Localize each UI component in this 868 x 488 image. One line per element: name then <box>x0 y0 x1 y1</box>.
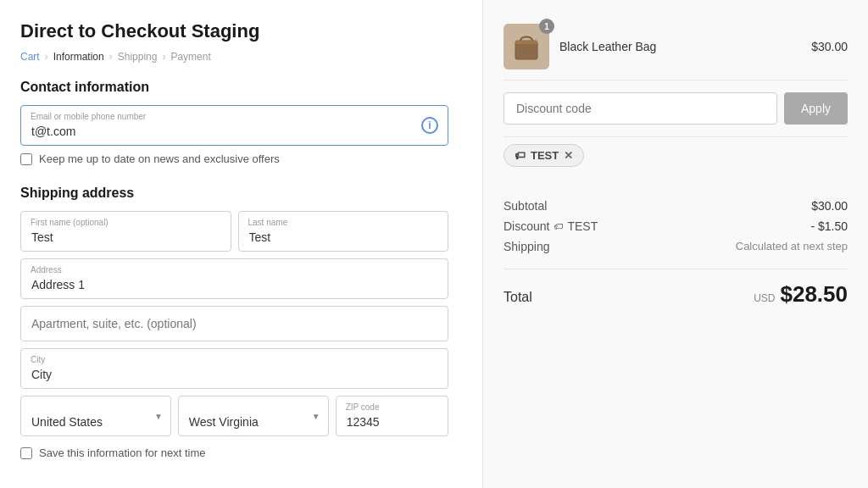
product-name: Black Leather Bag <box>559 40 801 53</box>
country-select-wrapper: United States ▼ <box>20 396 171 436</box>
newsletter-label: Keep me up to date on news and exclusive… <box>39 152 280 165</box>
discount-tag-icon: 🏷 <box>554 221 563 231</box>
subtotal-label: Subtotal <box>504 199 547 213</box>
contact-section-title: Contact information <box>20 80 448 95</box>
zip-group: ZIP code <box>336 396 448 436</box>
zip-label: ZIP code <box>346 402 380 412</box>
save-info-row: Save this information for next time <box>20 446 448 459</box>
info-icon: i <box>421 117 438 134</box>
newsletter-checkbox[interactable] <box>20 153 32 165</box>
first-name-label: First name (optional) <box>31 218 108 227</box>
tag-icon: 🏷 <box>515 149 526 162</box>
state-select[interactable]: West Virginia <box>178 396 329 436</box>
page-title: Direct to Checkout Staging <box>20 20 448 42</box>
breadcrumb-sep-1: › <box>45 51 48 63</box>
state-select-wrapper: West Virginia ▼ <box>178 396 329 436</box>
total-currency: USD <box>754 292 775 304</box>
product-image-wrapper: 1 <box>504 24 549 69</box>
shipping-label: Shipping <box>504 240 550 253</box>
discount-code-label: TEST <box>567 219 598 233</box>
apartment-group <box>20 306 448 341</box>
breadcrumb-information: Information <box>53 51 104 63</box>
remove-coupon-button[interactable]: ✕ <box>564 149 573 162</box>
coupon-tag: 🏷 TEST ✕ <box>504 144 584 167</box>
summary-lines: Subtotal $30.00 Discount 🏷 TEST - $1.50 … <box>504 191 848 269</box>
save-info-checkbox[interactable] <box>20 447 32 459</box>
breadcrumb-sep-2: › <box>109 51 113 63</box>
shipping-value: Calculated at next step <box>736 240 848 253</box>
country-select[interactable]: United States <box>20 396 171 436</box>
save-info-label: Save this information for next time <box>39 446 206 459</box>
contact-section: Contact information Email or mobile phon… <box>20 80 448 165</box>
email-input-group: Email or mobile phone number i <box>20 105 448 146</box>
name-row: First name (optional) Last name <box>20 211 448 252</box>
apartment-field[interactable] <box>20 306 448 341</box>
coupon-tag-wrapper: 🏷 TEST ✕ <box>504 137 848 191</box>
address-field[interactable] <box>20 258 448 299</box>
breadcrumb-shipping: Shipping <box>118 51 158 63</box>
discount-input[interactable] <box>504 92 777 125</box>
discount-row: Apply <box>504 80 848 137</box>
zip-row: Country/Region United States ▼ State Wes… <box>20 396 448 436</box>
product-price: $30.00 <box>811 40 848 53</box>
product-quantity-badge: 1 <box>539 19 554 34</box>
last-name-label: Last name <box>248 218 288 227</box>
svg-rect-2 <box>515 41 537 44</box>
city-group: City <box>20 348 448 389</box>
city-field[interactable] <box>20 348 448 389</box>
shipping-section-title: Shipping address <box>20 186 448 201</box>
discount-line: Discount 🏷 TEST - $1.50 <box>504 219 848 233</box>
subtotal-value: $30.00 <box>811 199 848 213</box>
breadcrumb: Cart › Information › Shipping › Payment <box>20 51 448 63</box>
shipping-section: Shipping address First name (optional) L… <box>20 186 448 459</box>
total-label: Total <box>504 290 532 305</box>
left-panel: Direct to Checkout Staging Cart › Inform… <box>0 0 483 488</box>
total-amount: $28.50 <box>780 281 848 308</box>
shipping-line: Shipping Calculated at next step <box>504 240 848 253</box>
breadcrumb-sep-3: › <box>162 51 165 63</box>
right-panel: 1 Black Leather Bag $30.00 Apply 🏷 TEST … <box>483 0 868 488</box>
apply-button[interactable]: Apply <box>784 92 848 125</box>
discount-value: - $1.50 <box>810 219 848 233</box>
product-row: 1 Black Leather Bag $30.00 <box>504 14 848 80</box>
total-row: Total USD $28.50 <box>504 281 848 308</box>
coupon-code: TEST <box>531 149 559 162</box>
total-value-group: USD $28.50 <box>754 281 848 308</box>
country-group: Country/Region United States ▼ <box>20 396 171 436</box>
state-group: State West Virginia ▼ <box>178 396 329 436</box>
city-label: City <box>31 355 45 364</box>
address-group: Address <box>20 258 448 299</box>
last-name-group: Last name <box>238 211 449 252</box>
newsletter-row: Keep me up to date on news and exclusive… <box>20 152 448 165</box>
breadcrumb-cart[interactable]: Cart <box>20 51 40 63</box>
subtotal-line: Subtotal $30.00 <box>504 199 848 213</box>
address-label: Address <box>31 265 62 274</box>
discount-label-text: Discount <box>504 219 549 233</box>
first-name-group: First name (optional) <box>20 211 231 252</box>
breadcrumb-payment: Payment <box>170 51 210 63</box>
discount-label-group: Discount 🏷 TEST <box>504 219 598 233</box>
email-label: Email or mobile phone number <box>31 112 146 121</box>
